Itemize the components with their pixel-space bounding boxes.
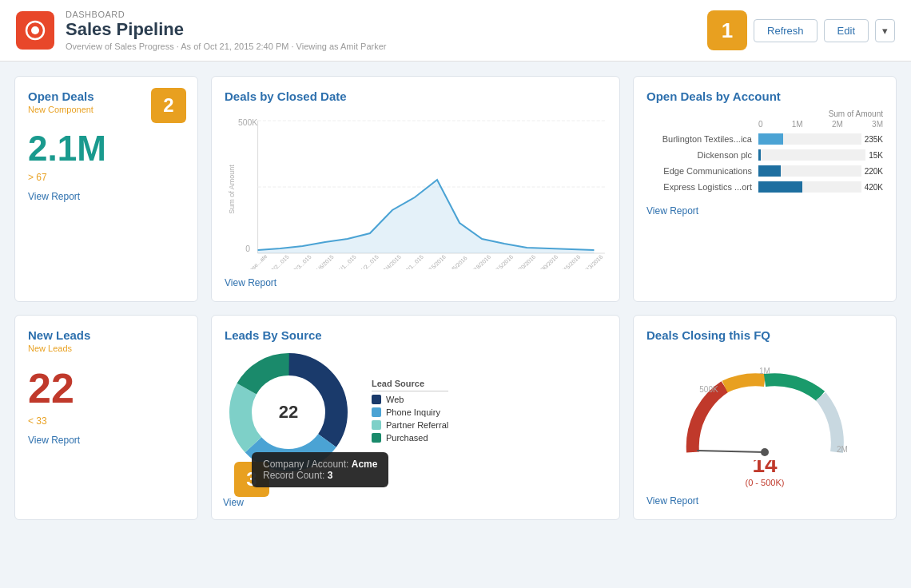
open-deals-value: 2.1M [28, 129, 185, 169]
new-leads-card: New Leads New Leads 22 < 33 View Report [14, 315, 198, 520]
svg-text:Sum of Amount: Sum of Amount [228, 165, 236, 214]
tooltip-count-value: 3 [328, 470, 333, 481]
open-deals-account-view-report[interactable]: View Report [646, 205, 698, 217]
svg-text:1M: 1M [759, 367, 770, 375]
svg-text:8/13/2016: 8/13/2016 [582, 254, 605, 269]
svg-text:12/4/2015: 12/4/2015 [380, 254, 403, 269]
svg-text:3/18/2016: 3/18/2016 [469, 254, 492, 269]
new-leads-view-report[interactable]: View Report [28, 435, 80, 446]
tooltip-company-label: Company / Account: [263, 459, 348, 470]
dropdown-button[interactable]: ▾ [875, 19, 895, 42]
svg-text:11/6/2015: 11/6/2015 [312, 254, 336, 269]
open-deals-sub: > 67 [28, 172, 185, 183]
bar-row: Dickenson plc 15K [646, 149, 883, 161]
header-left: DASHBOARD Sales Pipeline Overview of Sal… [16, 10, 386, 51]
edit-button[interactable]: Edit [824, 19, 869, 42]
header-subtitle: Overview of Sales Progress · As of Oct 2… [66, 42, 386, 51]
deals-closed-chart: 500K 0 Sum of Amount Close...ate 10/2...… [225, 109, 607, 269]
svg-text:10/3...015: 10/3...015 [290, 254, 313, 269]
deals-fq-range: (0 - 500K) [646, 478, 883, 487]
sum-label: Sum of Amount [829, 109, 883, 118]
new-leads-title: New Leads [28, 328, 185, 342]
svg-point-1 [31, 26, 39, 34]
svg-text:11/2...015: 11/2...015 [357, 254, 380, 269]
bar-row: Edge Communications 220K [646, 165, 883, 177]
header-right: 1 Refresh Edit ▾ [707, 10, 895, 50]
svg-text:5/20/2016: 5/20/2016 [514, 254, 537, 269]
new-leads-value: 22 [28, 364, 185, 412]
gauge-chart: 0 500K 1M 2M [661, 348, 869, 460]
bar-chart: Sum of Amount 0 1M 2M 3M Burlington Text… [646, 109, 883, 193]
svg-text:6/30/2016: 6/30/2016 [537, 254, 560, 269]
page-title: Sales Pipeline [66, 19, 386, 40]
svg-text:10/2...015: 10/2...015 [268, 254, 291, 269]
svg-text:0: 0 [682, 459, 687, 460]
svg-text:11/1...015: 11/1...015 [335, 254, 358, 269]
svg-text:Close...ate: Close...ate [245, 253, 269, 269]
open-deals-account-card: Open Deals by Account Sum of Amount 0 1M… [633, 76, 897, 302]
svg-point-34 [761, 448, 769, 456]
header-badge: 1 [707, 10, 747, 50]
refresh-button[interactable]: Refresh [754, 19, 818, 42]
leads-source-card: Leads By Source 22 [211, 315, 620, 520]
tooltip: Company / Account: Acme Record Count: 3 [252, 452, 388, 487]
logo-icon [16, 11, 54, 50]
open-deals-badge: 2 [151, 88, 186, 123]
legend-item-partner: Partner Referral [372, 420, 448, 430]
svg-text:500K: 500K [238, 118, 257, 127]
svg-text:1/15/2016: 1/15/2016 [424, 254, 448, 269]
svg-text:7/15/2016: 7/15/2016 [559, 254, 583, 269]
legend: Lead Source Web Phone Inquiry Partner Re… [372, 379, 448, 446]
leads-source-title: Leads By Source [225, 328, 607, 342]
legend-title: Lead Source [372, 379, 448, 391]
svg-text:2/5/2016: 2/5/2016 [448, 255, 469, 269]
svg-text:500K: 500K [699, 385, 718, 394]
deals-closed-title: Deals by Closed Date [225, 89, 607, 103]
open-deals-account-title: Open Deals by Account [646, 89, 883, 103]
svg-text:12/1...015: 12/1...015 [402, 254, 425, 269]
svg-text:2M: 2M [837, 445, 848, 454]
svg-text:4/15/2016: 4/15/2016 [491, 254, 515, 269]
bar-row: Burlington Textiles...ica 235K [646, 133, 883, 145]
dashboard-grid: Open Deals New Component 2 2.1M > 67 Vie… [0, 62, 911, 534]
legend-item-phone: Phone Inquiry [372, 407, 448, 417]
deals-fq-card: Deals Closing this FQ 0 500K [633, 315, 897, 520]
deals-closed-view-report[interactable]: View Report [225, 277, 276, 288]
open-deals-view-report[interactable]: View Report [28, 191, 80, 202]
svg-text:22: 22 [279, 402, 298, 422]
header: DASHBOARD Sales Pipeline Overview of Sal… [0, 0, 911, 62]
new-leads-sub: < 33 [28, 415, 185, 427]
bar-row: Express Logistics ...ort 420K [646, 181, 883, 193]
tooltip-count-label: Record Count: [263, 470, 324, 481]
deals-closed-card: Deals by Closed Date 500K 0 Sum of Amoun… [211, 76, 620, 302]
svg-marker-9 [258, 180, 595, 253]
legend-item-purchased: Purchased [372, 433, 448, 443]
header-title-block: DASHBOARD Sales Pipeline Overview of Sal… [66, 10, 386, 51]
deals-fq-view-report[interactable]: View Report [646, 495, 698, 507]
dashboard-label: DASHBOARD [66, 10, 386, 19]
new-leads-subtitle: New Leads [28, 344, 185, 353]
svg-text:0: 0 [245, 244, 250, 253]
leads-source-view-report[interactable]: View [223, 497, 244, 508]
deals-fq-title: Deals Closing this FQ [646, 328, 883, 342]
open-deals-card: Open Deals New Component 2 2.1M > 67 Vie… [14, 76, 198, 302]
legend-item-web: Web [372, 395, 448, 404]
tooltip-company-value: Acme [352, 459, 378, 470]
